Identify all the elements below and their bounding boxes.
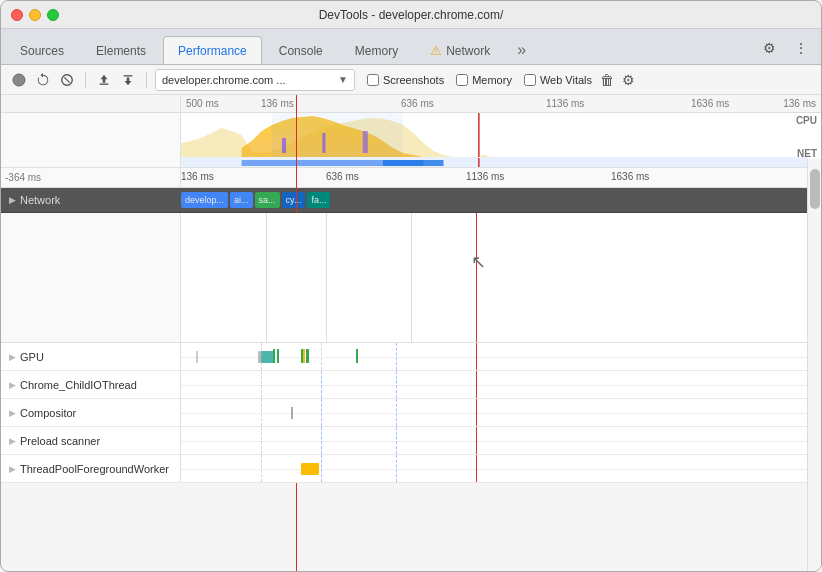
scrollbar[interactable] [807, 159, 821, 572]
compositor-label: ▶ Compositor [1, 399, 181, 426]
cursor-threadpool [476, 455, 477, 482]
childio-row: ▶ Chrome_ChildIOThread [1, 371, 821, 399]
memory-checkbox[interactable]: Memory [456, 74, 512, 86]
download-button[interactable] [118, 70, 138, 90]
preload-row: ▶ Preload scanner [1, 427, 821, 455]
ruler-mark-end: 136 ms [783, 98, 816, 109]
svg-rect-4 [124, 75, 133, 76]
performance-main: 500 ms 136 ms 636 ms 1136 ms 1636 ms 136… [1, 95, 821, 572]
more-tabs-button[interactable]: » [509, 36, 534, 64]
gpu-green-2 [277, 349, 279, 363]
svg-rect-3 [100, 83, 109, 84]
preload-content [181, 427, 821, 454]
cpu-chart-area: CPU NET [1, 113, 821, 168]
compositor-row: ▶ Compositor [1, 399, 821, 427]
clear-button[interactable] [57, 70, 77, 90]
tab-performance[interactable]: Performance [163, 36, 262, 64]
compositor-content [181, 399, 821, 426]
preload-label: ▶ Preload scanner [1, 427, 181, 454]
cursor-line-network [296, 190, 297, 210]
ruler-mark-636: 636 ms [401, 98, 434, 109]
upload-button[interactable] [94, 70, 114, 90]
checkbox-group: Screenshots Memory Web Vitals [367, 74, 592, 86]
threadpool-content [181, 455, 821, 482]
network-chip-2: sa... [255, 192, 280, 208]
cursor-line-flame [476, 213, 477, 342]
childio-content [181, 371, 821, 398]
tab-memory[interactable]: Memory [340, 36, 413, 64]
ts-1136: 1136 ms [466, 171, 504, 182]
cursor-gpu [476, 343, 477, 370]
threadpool-row: ▶ ThreadPoolForegroundWorker [1, 455, 821, 483]
ts-label-left: -364 ms [5, 172, 41, 183]
more-options-icon[interactable]: ⋮ [789, 36, 813, 60]
ts-136: 136 ms [181, 171, 214, 182]
threadpool-label: ▶ ThreadPoolForegroundWorker [1, 455, 181, 482]
ruler-mark-1636: 1636 ms [691, 98, 729, 109]
settings-icon[interactable]: ⚙ [757, 36, 781, 60]
ruler-mark-1136: 1136 ms [546, 98, 584, 109]
gpu-content [181, 343, 821, 370]
cursor-childio [476, 371, 477, 398]
network-chip-1: ai... [230, 192, 253, 208]
timeline-timestamps: -364 ms 136 ms 636 ms 1136 ms 1636 ms 2 [1, 168, 821, 188]
svg-line-2 [64, 77, 69, 82]
gpu-green-1 [273, 349, 275, 363]
tab-network[interactable]: ⚠ Network [415, 36, 505, 64]
ts-1636: 1636 ms [611, 171, 649, 182]
net-label: NET [797, 148, 817, 159]
ruler-mark-136: 136 ms [261, 98, 294, 109]
network-chip-3: cy... [282, 192, 306, 208]
threadpool-expander[interactable]: ▶ [9, 464, 16, 474]
mouse-cursor-indicator: ↖ [471, 251, 486, 273]
ts-636: 636 ms [326, 171, 359, 182]
record-button[interactable] [9, 70, 29, 90]
url-dropdown-icon[interactable]: ▼ [338, 74, 348, 85]
compositor-expander[interactable]: ▶ [9, 408, 16, 418]
tick-1 [266, 213, 267, 342]
toolbar-settings-button[interactable]: ⚙ [622, 72, 635, 88]
window-title: DevTools - developer.chrome.com/ [319, 8, 504, 22]
tab-sources[interactable]: Sources [5, 36, 79, 64]
cursor-preload [476, 427, 477, 454]
cpu-label: CPU [796, 115, 817, 126]
gpu-yellow-1 [303, 349, 305, 363]
tab-icon-group: ⚙ ⋮ [757, 36, 817, 64]
divider-2 [146, 72, 147, 88]
gpu-green-5 [356, 349, 358, 363]
ruler-mark-500: 500 ms [186, 98, 219, 109]
preload-expander[interactable]: ▶ [9, 436, 16, 446]
divider-1 [85, 72, 86, 88]
traffic-lights [11, 9, 59, 21]
tab-elements[interactable]: Elements [81, 36, 161, 64]
network-chip-4: fa... [307, 192, 330, 208]
webvitals-checkbox[interactable]: Web Vitals [524, 74, 592, 86]
childio-expander[interactable]: ▶ [9, 380, 16, 390]
cpu-chart [181, 113, 807, 158]
svg-point-0 [13, 74, 25, 86]
gpu-bar-sm [196, 351, 198, 363]
tick-2 [326, 213, 327, 342]
network-chips: develop... ai... sa... cy... fa... [181, 190, 821, 210]
threadpool-bar-1 [301, 463, 319, 475]
gpu-green-4 [306, 349, 309, 363]
tick-3 [411, 213, 412, 342]
toolbar: developer.chrome.com ... ▼ Screenshots M… [1, 65, 821, 95]
childio-label: ▶ Chrome_ChildIOThread [1, 371, 181, 398]
trash-button[interactable]: 🗑 [600, 72, 614, 88]
gpu-expander[interactable]: ▶ [9, 352, 16, 362]
minimize-button[interactable] [29, 9, 41, 21]
network-chip-0: develop... [181, 192, 228, 208]
network-expander[interactable]: ▶ [9, 195, 16, 205]
reload-button[interactable] [33, 70, 53, 90]
compositor-tick [291, 407, 293, 419]
screenshots-checkbox[interactable]: Screenshots [367, 74, 444, 86]
tab-console[interactable]: Console [264, 36, 338, 64]
scrollbar-thumb[interactable] [810, 169, 820, 209]
maximize-button[interactable] [47, 9, 59, 21]
network-warning-icon: ⚠ [430, 43, 442, 58]
close-button[interactable] [11, 9, 23, 21]
gpu-row: ▶ GPU [1, 343, 821, 371]
network-row: ▶ Network develop... ai... sa... cy... f… [1, 188, 821, 213]
timeline-ruler: 500 ms 136 ms 636 ms 1136 ms 1636 ms 136… [1, 95, 821, 113]
